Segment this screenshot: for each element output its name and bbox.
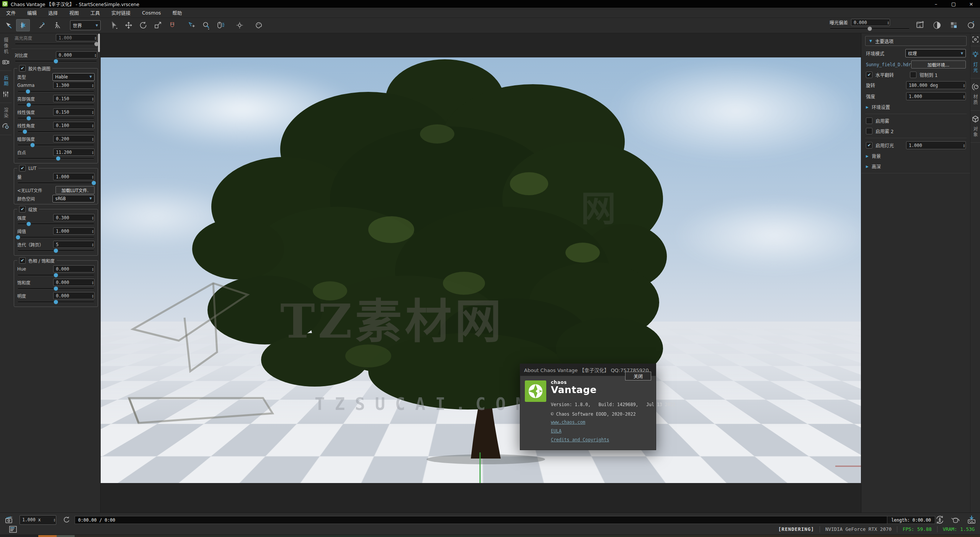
bloom-threshold-slider[interactable] xyxy=(18,235,94,240)
env-settings-collapse[interactable]: ▶环境设置 xyxy=(861,102,970,112)
fog2-checkbox[interactable]: ✔ xyxy=(866,128,872,134)
link-eula[interactable]: EULA xyxy=(551,428,609,434)
tab-objects[interactable]: 对象 xyxy=(970,111,980,143)
clamp-checkbox-row[interactable]: ✔ 钳制到 1 xyxy=(910,72,966,78)
white-point-field[interactable]: 11.200▲▼ xyxy=(53,149,95,156)
loop-icon[interactable] xyxy=(62,515,72,525)
menu-select[interactable]: 选择 xyxy=(48,9,58,16)
teapot-icon[interactable] xyxy=(950,515,961,525)
auto-exposure-icon[interactable]: A xyxy=(913,19,927,31)
walk-icon[interactable] xyxy=(50,19,64,31)
turntable-icon[interactable] xyxy=(964,19,978,31)
flip-checkbox[interactable]: ✔ xyxy=(866,72,872,78)
rotate-icon[interactable] xyxy=(136,19,150,31)
timeline[interactable]: 0:00.00 / 0:00 length: 0:00.00 xyxy=(75,516,935,524)
bloom-checkbox[interactable]: ✔ xyxy=(19,206,26,212)
fog-checkbox[interactable]: ✔ xyxy=(866,118,872,124)
lut-amount-slider[interactable] xyxy=(18,181,94,185)
highlight-field[interactable]: 1.000▲▼ xyxy=(56,34,97,41)
link-chaos-website[interactable]: www.chaos.com xyxy=(551,419,609,425)
menu-livelink[interactable]: 实时链接 xyxy=(111,9,131,16)
linear-angle-field[interactable]: 0.100▲▼ xyxy=(53,122,95,129)
env-mode-dropdown[interactable]: 纹理▼ xyxy=(905,49,966,57)
contrast-slider[interactable] xyxy=(15,59,96,64)
shoulder-slider[interactable] xyxy=(18,103,94,107)
bloom-strength-field[interactable]: 0.300▲▼ xyxy=(53,214,95,221)
hue-slider[interactable] xyxy=(18,273,94,277)
teleport-icon[interactable] xyxy=(16,19,30,31)
select-arrow-icon[interactable] xyxy=(2,19,15,31)
tab-post[interactable]: 后期 xyxy=(0,71,11,103)
scale-icon[interactable] xyxy=(151,19,165,31)
tonemap-checkbox[interactable]: ✔ xyxy=(19,65,26,72)
gamma-slider[interactable] xyxy=(18,89,94,94)
toe-strength-field[interactable]: 0.200▲▼ xyxy=(53,135,95,142)
contrast-field[interactable]: 0.000▲▼ xyxy=(56,51,97,59)
shoulder-field[interactable]: 0.150▲▼ xyxy=(53,95,95,102)
menu-help[interactable]: 帮助 xyxy=(172,9,182,16)
playback-speed-field[interactable]: 1.000 x▲▼ xyxy=(20,515,56,525)
lasso-select-icon[interactable] xyxy=(199,19,213,31)
minimize-button[interactable]: – xyxy=(927,0,945,8)
move-icon[interactable] xyxy=(122,19,136,31)
background-collapse[interactable]: ▶背景 xyxy=(861,151,970,161)
menu-edit[interactable]: 编辑 xyxy=(27,9,37,16)
magnet-icon[interactable] xyxy=(165,19,179,31)
linear-strength-field[interactable]: 0.150▲▼ xyxy=(53,108,95,116)
lights-checkbox-row[interactable]: ✔ 启用灯光 xyxy=(866,142,894,149)
load-environment-button[interactable]: 加载环境... xyxy=(911,60,966,69)
palette-icon[interactable] xyxy=(252,19,266,31)
flip-checkbox-row[interactable]: ✔ 水平翻转 xyxy=(866,72,894,78)
toe-strength-slider[interactable] xyxy=(18,143,94,147)
lights-checkbox[interactable]: ✔ xyxy=(866,142,872,149)
transform-icon[interactable] xyxy=(185,19,198,31)
exposure-field[interactable]: 0.000 ▲▼ xyxy=(851,19,890,26)
log-icon[interactable] xyxy=(9,526,17,533)
sphere-view-icon[interactable] xyxy=(930,19,944,31)
saturation-field[interactable]: 0.000▲▼ xyxy=(53,279,95,286)
clamp-checkbox[interactable]: ✔ xyxy=(910,72,916,78)
lut-checkbox[interactable]: ✔ xyxy=(19,165,26,171)
lightness-field[interactable]: 0.000▲▼ xyxy=(53,292,95,299)
bloom-iterations-field[interactable]: 5▲▼ xyxy=(53,241,95,248)
depth-collapse[interactable]: ▶高深 xyxy=(861,161,970,171)
link-credits[interactable]: Credits and Copyrights xyxy=(551,437,609,442)
render-region-icon[interactable] xyxy=(970,33,980,46)
gamma-field[interactable]: 1.300▲▼ xyxy=(53,82,95,89)
hue-field[interactable]: 0.000▲▼ xyxy=(53,265,95,273)
focus-target-icon[interactable] xyxy=(233,19,247,31)
dialog-close-button[interactable]: 关闭 xyxy=(625,372,651,380)
bloom-strength-slider[interactable] xyxy=(18,222,94,226)
bloom-threshold-field[interactable]: 1.000▲▼ xyxy=(53,227,95,235)
tab-lights[interactable]: 灯光 xyxy=(970,46,980,78)
world-space-dropdown[interactable]: 世界▼ xyxy=(70,20,101,30)
menu-cosmos[interactable]: Cosmos xyxy=(142,10,161,16)
lut-amount-field[interactable]: 1.000▲▼ xyxy=(53,173,95,180)
tab-camera[interactable]: 摄像机 xyxy=(0,33,11,71)
saturation-slider[interactable] xyxy=(18,286,94,291)
menu-file[interactable]: 文件 xyxy=(6,9,16,16)
stairs-icon[interactable] xyxy=(35,19,49,31)
linear-angle-slider[interactable] xyxy=(18,129,94,134)
save-image-icon[interactable] xyxy=(966,515,977,525)
menu-view[interactable]: 视图 xyxy=(69,9,79,16)
load-lut-button[interactable]: 加载LUT文件. xyxy=(56,186,95,194)
mouse-options-icon[interactable] xyxy=(214,19,227,31)
fog-checkbox-row[interactable]: ✔ 启用雾 xyxy=(861,116,970,126)
main-options-header[interactable]: ▼ 主要选项 xyxy=(865,36,967,46)
viewport[interactable]: TZ素材网 TZSUCAI.COM 网 xyxy=(100,33,861,513)
fog2-checkbox-row[interactable]: ✔ 启用雾 2 xyxy=(861,126,970,136)
exposure-slider[interactable] xyxy=(830,26,909,31)
bloom-iterations-slider[interactable] xyxy=(18,248,94,253)
intensity-field[interactable]: 1.000▲▼ xyxy=(906,92,966,100)
hsl-checkbox[interactable]: ✔ xyxy=(19,257,26,264)
refresh-person-icon[interactable] xyxy=(935,515,945,525)
cursor-icon[interactable] xyxy=(107,19,121,31)
color-space-dropdown[interactable]: sRGB▼ xyxy=(52,195,95,202)
menu-tools[interactable]: 工具 xyxy=(90,9,100,16)
clapper-icon[interactable] xyxy=(2,514,16,526)
white-point-slider[interactable] xyxy=(18,156,94,161)
rotation-field[interactable]: 180.000 deg▲▼ xyxy=(906,81,966,89)
lightness-slider[interactable] xyxy=(18,300,94,304)
lights-intensity-field[interactable]: 1.000▲▼ xyxy=(906,141,966,149)
